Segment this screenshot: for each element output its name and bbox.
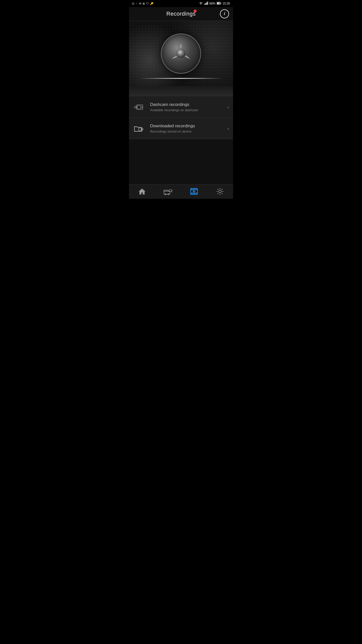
svg-rect-33: [193, 193, 194, 194]
svg-rect-3: [206, 2, 207, 5]
hero-footer: [129, 86, 233, 96]
shield-icon: 🛡: [146, 2, 149, 5]
folder-icon: [133, 123, 146, 134]
key-icon: 🔑: [150, 2, 154, 5]
svg-point-11: [176, 49, 186, 58]
battery-icon: [217, 2, 221, 6]
svg-rect-4: [207, 2, 208, 5]
svg-point-37: [219, 190, 221, 193]
status-left-icons: ⊡ ⁘ ✉ ⊞ 🛡 🔑: [132, 2, 154, 5]
nav-recordings[interactable]: [181, 187, 207, 196]
dashcam-nav-icon: [163, 188, 172, 195]
svg-rect-13: [138, 105, 141, 109]
svg-rect-2: [205, 3, 206, 5]
svg-rect-35: [196, 193, 197, 194]
recording-indicator: [194, 10, 197, 13]
svg-rect-26: [191, 190, 198, 190]
gear-icon: [216, 188, 224, 195]
dashcam-icon: [133, 101, 146, 112]
info-button[interactable]: i: [220, 9, 229, 18]
wifi-icon: [199, 2, 203, 6]
film-icon: [190, 188, 198, 195]
svg-rect-18: [139, 128, 141, 130]
empty-content-area: [129, 139, 233, 184]
svg-line-15: [134, 106, 136, 107]
dashcam-recordings-text: Dashcam recordings Available recordings …: [150, 102, 225, 112]
svg-rect-6: [220, 3, 221, 4]
svg-line-16: [134, 107, 136, 109]
folder-icon-svg: [133, 124, 146, 133]
svg-rect-14: [141, 106, 142, 108]
dashcam-recordings-title: Dashcam recordings: [150, 102, 225, 107]
menu-section: Dashcam recordings Available recordings …: [129, 96, 233, 139]
cam-shield-icon: ⊞: [143, 2, 145, 5]
page-container: ⊡ ⁘ ✉ ⊞ 🛡 🔑: [129, 0, 233, 199]
info-icon: i: [224, 12, 225, 16]
time-display: 15:26: [222, 2, 230, 5]
downloaded-recordings-text: Downloaded recordings Recordings stored …: [150, 124, 225, 133]
signal-icon: [204, 2, 208, 6]
battery-percentage: 68%: [209, 2, 215, 5]
dashcam-icon-svg: [133, 102, 146, 112]
svg-rect-28: [191, 188, 192, 190]
dashcam-chevron-icon: ›: [227, 104, 229, 110]
svg-rect-1: [204, 4, 205, 5]
nav-settings[interactable]: [207, 187, 233, 196]
page-title: Recordings: [166, 11, 196, 17]
mercedes-star-svg: [168, 41, 194, 66]
downloaded-chevron-icon: ›: [227, 126, 229, 131]
home-icon: [138, 188, 146, 195]
svg-rect-30: [194, 188, 195, 190]
svg-rect-29: [193, 188, 194, 190]
status-bar: ⊡ ⁘ ✉ ⊞ 🛡 🔑: [129, 0, 233, 7]
dashcam-recordings-item[interactable]: Dashcam recordings Available recordings …: [129, 96, 233, 118]
mercedes-logo: [161, 33, 201, 74]
svg-marker-36: [193, 190, 196, 192]
svg-rect-34: [194, 193, 195, 194]
chrome-strip: [139, 78, 222, 79]
svg-point-0: [201, 4, 201, 4]
downloaded-recordings-subtitle: Recordings stored on device: [150, 130, 225, 133]
dots-icon: ⁘: [135, 2, 138, 5]
downloaded-recordings-title: Downloaded recordings: [150, 124, 225, 129]
photo-icon: ⊡: [132, 2, 134, 5]
app-header: Recordings i: [129, 7, 233, 21]
bottom-navigation: [129, 184, 233, 199]
svg-marker-24: [171, 190, 172, 192]
mail-icon: ✉: [139, 2, 141, 5]
svg-rect-31: [196, 188, 197, 190]
downloaded-recordings-item[interactable]: Downloaded recordings Recordings stored …: [129, 118, 233, 139]
hero-image: [129, 21, 233, 86]
svg-rect-27: [191, 193, 198, 193]
dashcam-recordings-subtitle: Available recordings on dashcam: [150, 108, 225, 112]
svg-rect-32: [191, 193, 192, 194]
status-right-icons: 68% 15:26: [199, 2, 230, 6]
nav-dashcam[interactable]: [155, 187, 181, 196]
nav-home[interactable]: [129, 187, 155, 196]
